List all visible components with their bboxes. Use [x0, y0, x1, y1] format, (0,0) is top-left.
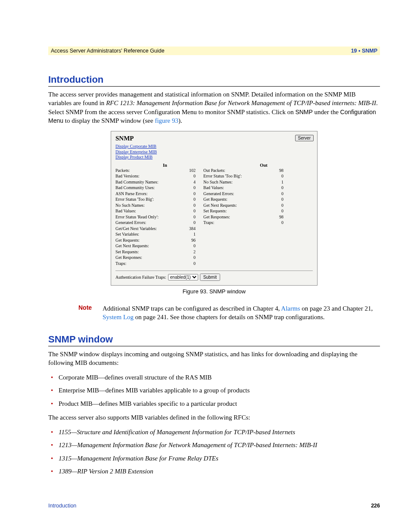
rule — [48, 346, 380, 346]
stat-value: 0 — [271, 208, 283, 214]
stat-value: 0 — [183, 255, 196, 261]
stat-label: Generated Errors: — [203, 191, 268, 197]
header-band: Access Server Administrators' Reference … — [48, 47, 380, 55]
stat-value: 4 — [183, 179, 196, 185]
stat-label: ASN Parse Errors: — [115, 191, 180, 197]
stat-label: Bad Values: — [115, 208, 180, 214]
auth-label: Authentication Failure Traps: — [115, 275, 166, 280]
stat-value: 0 — [271, 185, 283, 191]
list-item: 1315—Management Information Base for Fra… — [48, 454, 380, 463]
mib-bullets: Corporate MIB—defines overall structure … — [48, 373, 380, 408]
list-item: 1389—RIP Version 2 MIB Extension — [48, 467, 380, 476]
stat-value: 0 — [271, 202, 283, 208]
stat-label: Error Status 'Too Big': — [203, 173, 268, 179]
stat-value: 0 — [183, 185, 196, 191]
stat-label: Get Next Requests: — [115, 243, 180, 249]
text: under the — [313, 109, 340, 115]
stat-value: 0 — [183, 220, 196, 226]
stat-label: Bad Values: — [203, 185, 268, 191]
stat-value: 0 — [183, 243, 196, 249]
rule — [48, 86, 380, 87]
auth-select[interactable]: enabled(1) — [168, 274, 198, 280]
hdr-in: In — [115, 163, 215, 168]
stat-value: 0 — [183, 214, 196, 220]
stat-value: 0 — [271, 173, 283, 179]
snmp-panel: SNMP Server Display Corporate MIB Displa… — [111, 131, 318, 286]
stat-label: Get Requests: — [203, 196, 268, 202]
stat-value: 96 — [183, 237, 196, 243]
stat-label: Get/Get Next Variables: — [115, 226, 180, 232]
stat-label: Error Status 'Read Only': — [115, 214, 180, 220]
stat-label: Get Next Requests: — [203, 202, 268, 208]
snmp-window-p1: The SNMP window displays incoming and ou… — [48, 350, 380, 367]
rfc-bullets: 1155—Structure and Identification of Man… — [48, 428, 380, 476]
text: on page 241. See those chapters for deta… — [134, 314, 325, 320]
figure-ref-link[interactable]: figure 93 — [155, 117, 178, 124]
stat-label: Traps: — [115, 261, 180, 267]
system-log-link[interactable]: System Log — [103, 314, 134, 320]
link-enterprise-mib[interactable]: Display Enterprise MIB — [115, 149, 313, 155]
ui-term: SNMP — [295, 109, 312, 115]
panel-title: SNMP — [115, 135, 313, 142]
stat-value: 1 — [271, 179, 283, 185]
figure-wrap: SNMP Server Display Corporate MIB Displa… — [48, 131, 380, 286]
stat-value: 0 — [271, 196, 283, 202]
note-text: Additional SNMP traps can be configured … — [103, 304, 380, 322]
stat-label: Traps: — [203, 220, 268, 226]
list-item: 1155—Structure and Identification of Man… — [48, 428, 380, 436]
stat-value: 0 — [271, 220, 283, 226]
link-product-mib[interactable]: Display Product MIB — [115, 155, 313, 160]
stat-label: Generated Errors: — [115, 220, 180, 226]
footer: Introduction 226 — [48, 503, 380, 509]
figure-caption: Figure 93. SNMP window — [48, 288, 380, 295]
stat-value: 2 — [183, 249, 196, 255]
in-column: Packets:Bad Versions:Bad Community Names… — [115, 168, 196, 267]
header-right: 19 • SNMP — [351, 48, 377, 54]
stat-label: Get Requests: — [115, 237, 180, 243]
auth-row: Authentication Failure Traps: enabled(1)… — [115, 274, 313, 281]
out-column: Out Packets:Error Status 'Too Big':No Su… — [203, 168, 283, 267]
stat-label: Set Requests: — [203, 208, 268, 214]
text: on page 23 and Chapter 21, — [300, 305, 373, 312]
stat-value: 1 — [183, 231, 196, 237]
hdr-out: Out — [215, 163, 313, 168]
stat-label: Error Status 'Too Big': — [115, 196, 180, 202]
snmp-window-p2: The access server also supports MIB vari… — [48, 413, 380, 422]
stat-value: 98 — [271, 214, 283, 220]
alarms-link[interactable]: Alarms — [281, 305, 300, 312]
stat-label: Out Packets: — [203, 168, 268, 174]
text: ). — [178, 117, 182, 124]
stat-label: Bad Community Uses: — [115, 185, 180, 191]
stat-label: No Such Names: — [203, 179, 268, 185]
stat-label: Get Responses: — [115, 255, 180, 261]
stat-label: No Such Names: — [115, 202, 180, 208]
stat-label: Bad Community Names: — [115, 179, 180, 185]
rfc-title: RFC 1213: Management Information Base fo… — [106, 100, 376, 106]
list-item: Corporate MIB—defines overall structure … — [48, 373, 380, 382]
heading-snmp-window: SNMP window — [48, 334, 380, 345]
stat-value: 0 — [183, 208, 196, 214]
mib-links: Display Corporate MIB Display Enterprise… — [115, 144, 313, 160]
stat-label: Set Variables: — [115, 231, 180, 237]
stats-header: In Out — [115, 163, 313, 168]
header-left: Access Server Administrators' Reference … — [51, 48, 165, 54]
submit-button[interactable]: Submit — [200, 274, 220, 281]
stat-value: 102 — [183, 168, 196, 174]
stat-value: 0 — [183, 196, 196, 202]
list-item: 1213—Management Information Base for Net… — [48, 441, 380, 449]
page: Access Server Administrators' Reference … — [0, 0, 411, 532]
text: Additional SNMP traps can be configured … — [103, 305, 281, 312]
stat-label: Packets: — [115, 168, 180, 174]
footer-page: 226 — [371, 503, 380, 509]
text: to display the SNMP window (see — [63, 117, 155, 124]
server-button[interactable]: Server — [295, 135, 314, 141]
stat-value: 0 — [183, 173, 196, 179]
stat-label: Set Requests: — [115, 249, 180, 255]
stat-label: Bad Versions: — [115, 173, 180, 179]
link-corporate-mib[interactable]: Display Corporate MIB — [115, 144, 313, 149]
heading-introduction: Introduction — [48, 74, 380, 85]
stat-value: 0 — [183, 261, 196, 267]
footer-left: Introduction — [48, 503, 76, 509]
stat-value: 0 — [183, 191, 196, 197]
intro-paragraph: The access server provides management an… — [48, 90, 380, 125]
